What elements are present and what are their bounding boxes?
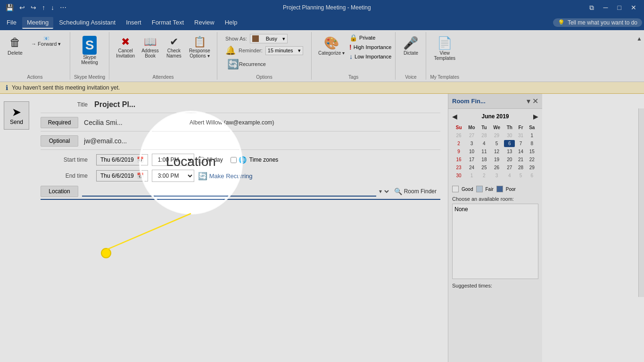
menu-help[interactable]: Help <box>220 17 242 29</box>
calendar-day[interactable]: 19 <box>490 156 503 163</box>
calendar-day[interactable]: 20 <box>504 156 515 163</box>
down-button[interactable]: ↓ <box>49 3 56 12</box>
start-date-picker[interactable]: Thu 6/6/2019 📅 <box>96 154 148 165</box>
location-input[interactable] <box>82 186 376 197</box>
calendar-day[interactable]: 30 <box>504 132 515 139</box>
calendar-day[interactable]: 13 <box>504 148 515 155</box>
panel-dropdown-btn[interactable]: ▾ <box>527 97 530 106</box>
location-button[interactable]: Location <box>41 186 78 197</box>
calendar-day[interactable]: 22 <box>527 156 537 163</box>
calendar-day[interactable]: 6 <box>504 140 515 147</box>
calendar-day[interactable]: 24 <box>465 164 478 171</box>
end-time-select[interactable]: 3:00 PM <box>152 170 194 182</box>
calendar-day[interactable]: 21 <box>516 156 525 163</box>
optional-input[interactable] <box>82 136 440 146</box>
make-recurring-button[interactable]: 🔄 Make Recurring <box>198 172 253 181</box>
redo-button[interactable]: ↪ <box>29 3 38 12</box>
calendar-day[interactable]: 23 <box>453 164 464 171</box>
room-list[interactable]: None <box>452 204 538 279</box>
show-as-dropdown[interactable]: Busy ▾ <box>250 34 288 43</box>
skype-meeting-button[interactable]: S SkypeMeeting <box>78 34 101 67</box>
calendar-day[interactable]: 8 <box>527 140 537 147</box>
close-button[interactable]: ✕ <box>627 3 640 13</box>
calendar-day[interactable]: 29 <box>527 164 537 171</box>
location-dropdown[interactable]: ▾ <box>376 187 390 196</box>
calendar-day[interactable]: 26 <box>490 164 503 171</box>
calendar-day[interactable]: 7 <box>516 140 525 147</box>
calendar-day[interactable]: 10 <box>465 148 478 155</box>
optional-button[interactable]: Optional <box>41 135 78 147</box>
required-input[interactable] <box>82 118 186 127</box>
check-names-button[interactable]: ✔ CheckNames <box>163 34 185 60</box>
prev-month-button[interactable]: ◀ <box>452 113 457 120</box>
time-zones-input[interactable] <box>231 157 237 163</box>
undo-button[interactable]: ↩ <box>17 3 27 12</box>
calendar-day[interactable]: 26 <box>453 132 464 139</box>
restore-button[interactable]: ⧉ <box>586 3 598 13</box>
all-day-checkbox[interactable]: All day <box>198 156 223 163</box>
calendar-day[interactable]: 1 <box>465 172 478 179</box>
scrollbar[interactable] <box>638 108 644 297</box>
more-button[interactable]: ⋯ <box>58 3 68 12</box>
calendar-day[interactable]: 28 <box>516 164 525 171</box>
calendar-day[interactable]: 28 <box>479 132 489 139</box>
collapse-ribbon[interactable]: ▲ <box>635 32 644 44</box>
start-time-select[interactable]: 1:00 PM <box>152 154 194 166</box>
calendar-day[interactable]: 16 <box>453 156 464 163</box>
view-templates-button[interactable]: 📄 ViewTemplates <box>431 34 458 63</box>
menu-review[interactable]: Review <box>190 17 219 29</box>
calendar-day[interactable]: 29 <box>490 132 503 139</box>
menu-scheduling[interactable]: Scheduling Assistant <box>54 17 120 29</box>
calendar-day[interactable]: 18 <box>479 156 489 163</box>
calendar-day[interactable]: 11 <box>479 148 489 155</box>
calendar-day[interactable]: 3 <box>490 172 503 179</box>
cancel-invitation-button[interactable]: ✖ CancelInvitation <box>113 34 138 60</box>
calendar-day[interactable]: 12 <box>490 148 503 155</box>
maximize-button[interactable]: □ <box>614 3 625 13</box>
calendar-day[interactable]: 15 <box>527 148 537 155</box>
panel-close-btn[interactable]: ✕ <box>532 97 538 106</box>
save-button[interactable]: 💾 <box>4 3 16 12</box>
response-options-button[interactable]: 📋 ResponseOptions ▾ <box>186 34 213 60</box>
calendar-day[interactable]: 14 <box>516 148 525 155</box>
address-book-button[interactable]: 📖 AddressBook <box>139 34 162 60</box>
calendar-day[interactable]: 3 <box>465 140 478 147</box>
calendar-day[interactable]: 9 <box>453 148 464 155</box>
send-button[interactable]: ➤ Send <box>4 101 29 130</box>
calendar-day[interactable]: 2 <box>453 140 464 147</box>
minimize-button[interactable]: ─ <box>600 3 612 13</box>
up-button[interactable]: ↑ <box>40 3 47 12</box>
calendar-day[interactable]: 30 <box>453 172 464 179</box>
end-date-picker[interactable]: Thu 6/6/2019 📅 <box>96 170 148 181</box>
calendar-day[interactable]: 25 <box>479 164 489 171</box>
calendar-day[interactable]: 5 <box>490 140 503 147</box>
calendar-day[interactable]: 6 <box>527 172 537 179</box>
ribbon-group-voice: 🎤 Dictate Voice <box>396 32 426 80</box>
menu-format-text[interactable]: Format Text <box>147 17 189 29</box>
title-input[interactable] <box>92 99 440 110</box>
room-finder-button[interactable]: 🔍 Room Finder <box>390 186 440 197</box>
calendar-day[interactable]: 2 <box>479 172 489 179</box>
calendar-day[interactable]: 1 <box>527 132 537 139</box>
menu-insert[interactable]: Insert <box>121 17 146 29</box>
time-zones-checkbox[interactable]: 🌐 Time zones <box>231 156 279 164</box>
menu-meeting[interactable]: Meeting <box>22 17 53 29</box>
reminder-dropdown[interactable]: 15 minutes ▾ <box>265 46 303 55</box>
search-box[interactable]: 💡 Tell me what you want to do <box>553 18 642 27</box>
recurrence-button[interactable]: 🔄 Recurrence <box>225 58 268 71</box>
all-day-input[interactable] <box>198 157 204 163</box>
calendar-day[interactable]: 4 <box>504 172 515 179</box>
delete-button[interactable]: 🗑 Delete <box>4 34 26 58</box>
required-button[interactable]: Required <box>41 117 78 128</box>
calendar-day[interactable]: 27 <box>504 164 515 171</box>
calendar-day[interactable]: 5 <box>516 172 525 179</box>
dictate-button[interactable]: 🎤 Dictate <box>399 34 422 58</box>
forward-button[interactable]: 📧 → Forward ▾ <box>28 34 66 49</box>
calendar-day[interactable]: 27 <box>465 132 478 139</box>
categorize-button[interactable]: 🎨 Categorize ▾ <box>315 34 347 58</box>
next-month-button[interactable]: ▶ <box>533 113 538 120</box>
calendar-day[interactable]: 17 <box>465 156 478 163</box>
calendar-day[interactable]: 31 <box>516 132 525 139</box>
menu-file[interactable]: File <box>2 17 21 29</box>
calendar-day[interactable]: 4 <box>479 140 489 147</box>
